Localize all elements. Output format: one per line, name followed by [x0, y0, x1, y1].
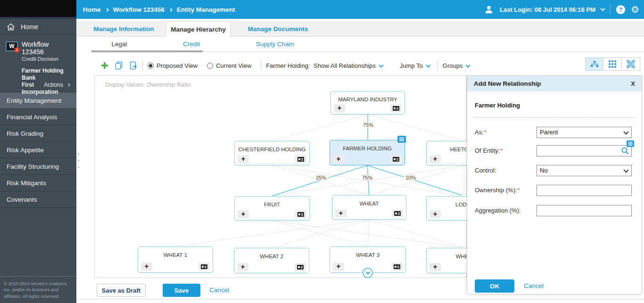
org-node-wheat[interactable]: WHEAT +: [332, 195, 406, 220]
expand-plus-button[interactable]: +: [333, 155, 344, 163]
panel-cancel-link[interactable]: Cancel: [524, 282, 544, 289]
sidebar-resize-handle[interactable]: [78, 153, 80, 168]
expand-plus-button[interactable]: +: [429, 155, 441, 163]
save-button[interactable]: Save: [163, 284, 200, 297]
org-node-label: WHEAT 3: [332, 252, 404, 258]
user-icon[interactable]: [484, 4, 494, 15]
current-view-radio[interactable]: Current View: [207, 62, 251, 69]
org-node-wheat-1[interactable]: WHEAT 1 +: [138, 246, 213, 273]
export-button[interactable]: [129, 61, 138, 70]
proposed-view-radio[interactable]: Proposed View: [148, 62, 198, 69]
sidebar-item-financial-analysis[interactable]: Financial Analysis: [0, 109, 76, 125]
ok-button[interactable]: OK: [475, 279, 514, 293]
actions-menu[interactable]: Actions: [44, 82, 70, 88]
save-as-draft-button[interactable]: Save as Draft: [97, 284, 146, 297]
hierarchy-view-button[interactable]: [585, 57, 603, 71]
chevron-right-icon: [169, 8, 173, 11]
breadcrumb-entity-management[interactable]: Entity Management: [177, 6, 235, 13]
aggregation-input[interactable]: [537, 205, 632, 216]
entity-card-icon[interactable]: [295, 155, 306, 163]
tab-manage-information[interactable]: Manage Information: [83, 21, 165, 36]
entity-card-icon[interactable]: [392, 209, 403, 217]
copy-icon: [115, 61, 123, 70]
expand-plus-button[interactable]: +: [238, 210, 249, 218]
subtab-supply-chain[interactable]: Supply Chain: [256, 41, 294, 48]
as-select-value: Parent: [540, 129, 558, 136]
workflow-summary[interactable]: W! Workflow 123456 Credit Decision Farme…: [0, 35, 76, 92]
jump-to-dropdown[interactable]: Jump To: [400, 62, 430, 69]
expand-plus-button[interactable]: +: [237, 263, 248, 271]
sidebar-item-facility-structuring[interactable]: Facility Structuring: [0, 158, 76, 175]
chevron-down-icon: [466, 63, 471, 67]
tab-manage-hierarchy[interactable]: Manage Hierarchy: [166, 21, 231, 37]
expand-plus-button[interactable]: +: [334, 104, 345, 112]
as-select[interactable]: Parent: [537, 127, 632, 138]
relationship-filter-dropdown[interactable]: Show All Relationships: [314, 62, 383, 69]
node-menu-icon[interactable]: [397, 136, 406, 145]
panel-header: Add New Relationship X: [467, 76, 642, 91]
panel-title: Add New Relationship: [474, 80, 541, 87]
entity-card-icon[interactable]: [198, 262, 210, 270]
divider: [261, 60, 261, 71]
copy-button[interactable]: [115, 61, 123, 70]
entity-card-icon[interactable]: [295, 263, 306, 271]
hierarchy-canvas[interactable]: Display Values: Ownership Ratio 75% 25% …: [94, 75, 467, 278]
expand-plus-button[interactable]: +: [238, 155, 249, 163]
org-node-chesterfield-holding[interactable]: CHESTERFIELD HOLDING +: [234, 141, 310, 165]
tab-manage-documents[interactable]: Manage Documents: [237, 21, 319, 36]
expand-plus-button[interactable]: +: [429, 263, 441, 271]
sidebar-item-risk-mitigants[interactable]: Risk Mitigants: [0, 175, 76, 191]
ownership-edge-label: 10%: [404, 175, 417, 180]
org-node-fruit[interactable]: FRUIT +: [234, 196, 310, 221]
breadcrumb-workflow[interactable]: Workflow 123456: [113, 6, 165, 13]
sub-tab-bar: Legal Credit Supply Chain: [76, 37, 644, 52]
sidebar-item-covenants[interactable]: Covenants: [0, 191, 76, 208]
gear-icon[interactable]: ⚙: [631, 5, 639, 14]
add-node-button[interactable]: [101, 62, 108, 69]
breadcrumb-home[interactable]: Home: [83, 6, 101, 13]
footer-cancel-link[interactable]: Cancel: [209, 287, 229, 294]
entity-card-icon[interactable]: [390, 155, 402, 163]
workflow-title: Workflow 123456: [22, 41, 72, 56]
fit-selection-button[interactable]: [622, 57, 640, 71]
grid-icon: [609, 60, 616, 68]
sidebar-item-risk-appetite[interactable]: Risk Appetite: [0, 142, 76, 158]
expand-children-chevron[interactable]: [363, 268, 373, 278]
org-node-wheat-2[interactable]: WHEAT 2 +: [234, 248, 309, 273]
help-icon[interactable]: ?: [616, 5, 625, 14]
org-node-farmer-holding[interactable]: FARMER HOLDING +: [330, 140, 405, 165]
relationship-filter-value: Show All Relationships: [314, 62, 376, 69]
grid-view-button[interactable]: [603, 57, 622, 71]
control-field-label: Control:: [475, 167, 496, 174]
ownership-input[interactable]: [537, 185, 632, 196]
subtab-legal[interactable]: Legal: [111, 41, 127, 48]
control-select[interactable]: No: [537, 165, 632, 176]
sidebar-item-home[interactable]: Home: [0, 19, 76, 35]
entity-card-icon[interactable]: [295, 210, 306, 218]
org-node-label: CHESTERFIELD HOLDING: [237, 147, 307, 152]
copyright-notice: © 2010-2014 Moody's Analytics, Inc. and/…: [0, 276, 76, 299]
entity-list-icon[interactable]: [627, 140, 634, 149]
dotted-divider: [474, 117, 636, 117]
expand-plus-button[interactable]: +: [333, 262, 344, 270]
groups-label: Groups: [443, 62, 463, 69]
subtab-credit[interactable]: Credit: [183, 41, 200, 48]
chevron-down-icon: [623, 129, 628, 134]
alert-badge-icon: !: [14, 47, 20, 53]
expand-plus-button[interactable]: +: [429, 210, 441, 218]
required-asterisk: *: [484, 129, 487, 136]
expand-plus-button[interactable]: +: [141, 262, 152, 270]
as-field-label: As:*: [475, 129, 487, 136]
of-entity-input[interactable]: [537, 145, 632, 156]
entity-card-icon[interactable]: [391, 262, 403, 270]
active-subtab-underline: [91, 50, 203, 52]
expand-plus-button[interactable]: +: [335, 209, 347, 217]
org-node-maryland-industry[interactable]: MARYLAND INDUSTRY +: [330, 91, 405, 115]
home-icon: [7, 23, 15, 31]
chevron-down-icon[interactable]: [601, 7, 605, 11]
close-icon[interactable]: X: [631, 80, 635, 87]
entity-card-icon[interactable]: [390, 104, 402, 112]
sidebar-item-risk-grading[interactable]: Risk Grading: [0, 125, 76, 142]
selected-entity-label: Farmer Holding:: [266, 62, 310, 69]
groups-dropdown[interactable]: Groups: [443, 62, 470, 69]
